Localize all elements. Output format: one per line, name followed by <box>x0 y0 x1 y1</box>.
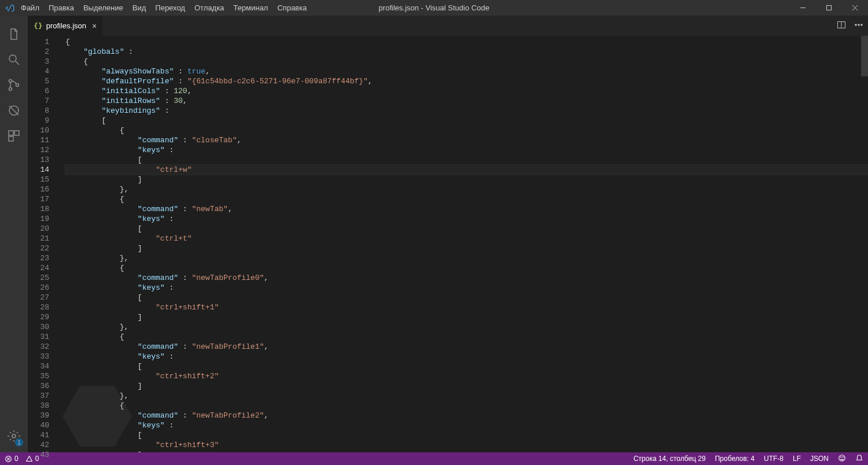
code-line[interactable]: "initialCols" : 120, <box>65 86 868 96</box>
line-number: 1 <box>28 37 49 47</box>
code-line[interactable]: "command" : "closeTab", <box>65 135 868 145</box>
code-line[interactable]: "command" : "newTabProfile1", <box>65 342 868 352</box>
line-number: 11 <box>28 135 49 145</box>
code-line[interactable]: }, <box>65 253 868 263</box>
status-errors[interactable]: 0 <box>5 455 19 463</box>
code-line[interactable]: [ <box>65 224 868 234</box>
status-language[interactable]: JSON <box>810 455 829 463</box>
code-line[interactable]: "command" : "newTabProfile0", <box>65 273 868 283</box>
code-line[interactable]: "keybindings" : <box>65 106 868 116</box>
line-number: 40 <box>28 420 49 430</box>
menu-file[interactable]: Файл <box>16 0 44 16</box>
code-line[interactable]: "alwaysShowTabs" : true, <box>65 67 868 76</box>
code-line[interactable]: "command" : "newTabProfile2", <box>65 411 868 420</box>
code-line[interactable]: [ <box>65 116 868 126</box>
code-line[interactable]: { <box>65 37 868 47</box>
code-line[interactable]: [ <box>65 155 868 165</box>
feedback-smiley-icon[interactable] <box>838 454 846 464</box>
source-control-icon[interactable] <box>0 72 28 98</box>
code-line[interactable]: "ctrl+shift+2" <box>65 371 868 381</box>
code-line[interactable]: "globals" : <box>65 47 868 57</box>
code-line[interactable]: { <box>65 332 868 342</box>
editor-group: {} profiles.json × 123456789101112131415… <box>28 16 868 452</box>
code-line[interactable]: "initialRows" : 30, <box>65 96 868 106</box>
close-button[interactable] <box>842 0 868 16</box>
code-line[interactable]: "keys" : <box>65 145 868 155</box>
tab-profiles-json[interactable]: {} profiles.json × <box>28 16 103 36</box>
code-line[interactable]: { <box>65 57 868 67</box>
line-number: 13 <box>28 155 49 165</box>
menu-edit[interactable]: Правка <box>44 0 79 16</box>
code-line[interactable]: { <box>65 126 868 135</box>
maximize-button[interactable] <box>816 0 842 16</box>
code-line[interactable]: "keys" : <box>65 352 868 361</box>
status-cursor-pos[interactable]: Строка 14, столбец 29 <box>634 455 706 463</box>
line-number: 28 <box>28 302 49 312</box>
code-line[interactable]: }, <box>65 391 868 401</box>
svg-rect-1 <box>827 6 832 10</box>
line-number: 43 <box>28 450 49 460</box>
code-line[interactable]: [ <box>65 293 868 302</box>
debug-icon[interactable] <box>0 98 28 123</box>
code-line[interactable]: "keys" : <box>65 283 868 293</box>
code-line[interactable]: ] <box>65 381 868 391</box>
code-line[interactable]: [ <box>65 430 868 440</box>
menu-view[interactable]: Вид <box>128 0 151 16</box>
code-line[interactable]: "command" : "newTab", <box>65 204 868 214</box>
extensions-icon[interactable] <box>0 123 28 149</box>
svg-line-5 <box>16 61 19 65</box>
line-number: 15 <box>28 175 49 184</box>
code-line[interactable]: "ctrl+t" <box>65 234 868 243</box>
code-line[interactable]: [ <box>65 361 868 371</box>
code-line[interactable]: { <box>65 194 868 204</box>
status-indent[interactable]: Пробелов: 4 <box>715 455 755 463</box>
search-icon[interactable] <box>0 47 28 72</box>
json-file-icon: {} <box>34 21 43 30</box>
line-number: 6 <box>28 86 49 96</box>
code-content[interactable]: { "globals" : { "alwaysShowTabs" : true,… <box>60 36 868 452</box>
code-line[interactable]: "ctrl+shift+1" <box>65 302 868 312</box>
code-line[interactable]: ] <box>65 450 868 452</box>
notifications-bell-icon[interactable] <box>855 454 863 464</box>
code-line[interactable]: { <box>65 263 868 273</box>
code-line[interactable]: ] <box>65 175 868 184</box>
menu-selection[interactable]: Выделение <box>79 0 128 16</box>
line-number: 39 <box>28 411 49 420</box>
svg-point-25 <box>843 456 843 457</box>
menu-terminal[interactable]: Терминал <box>229 0 273 16</box>
error-count: 0 <box>14 455 19 463</box>
code-line[interactable]: "keys" : <box>65 420 868 430</box>
line-number: 31 <box>28 332 49 342</box>
code-line[interactable]: "defaultProfile" : "{61c54bbd-c2c6-5271-… <box>65 76 868 86</box>
editor-body[interactable]: 1234567891011121314151617181920212223242… <box>28 36 868 452</box>
scrollbar-thumb[interactable] <box>861 36 868 76</box>
line-number: 10 <box>28 126 49 135</box>
activity-bar: 1 <box>0 16 28 452</box>
split-editor-icon[interactable] <box>837 20 846 31</box>
vertical-scrollbar[interactable] <box>861 36 868 452</box>
menu-go[interactable]: Переход <box>150 0 190 16</box>
code-line[interactable]: ] <box>65 243 868 253</box>
svg-point-8 <box>16 84 19 87</box>
status-encoding[interactable]: UTF-8 <box>764 455 784 463</box>
code-line[interactable]: }, <box>65 184 868 194</box>
menu-debug[interactable]: Отладка <box>190 0 229 16</box>
line-number: 24 <box>28 263 49 273</box>
explorer-icon[interactable] <box>0 21 28 47</box>
code-line[interactable]: "keys" : <box>65 214 868 224</box>
menu-help[interactable]: Справка <box>273 0 311 16</box>
settings-icon[interactable]: 1 <box>0 423 28 449</box>
code-line[interactable]: }, <box>65 322 868 332</box>
code-line[interactable]: "ctrl+shift+3" <box>65 440 868 450</box>
minimize-button[interactable] <box>790 0 816 16</box>
more-actions-icon[interactable] <box>854 20 863 31</box>
line-number: 35 <box>28 371 49 381</box>
code-line[interactable]: { <box>65 401 868 411</box>
code-line[interactable]: ] <box>65 312 868 322</box>
titlebar: Файл Правка Выделение Вид Переход Отладк… <box>0 0 868 16</box>
tab-close-icon[interactable]: × <box>92 21 97 31</box>
vscode-logo-icon <box>3 3 16 13</box>
code-line[interactable]: "ctrl+w" <box>65 165 868 175</box>
line-number: 19 <box>28 214 49 224</box>
status-eol[interactable]: LF <box>793 455 801 463</box>
